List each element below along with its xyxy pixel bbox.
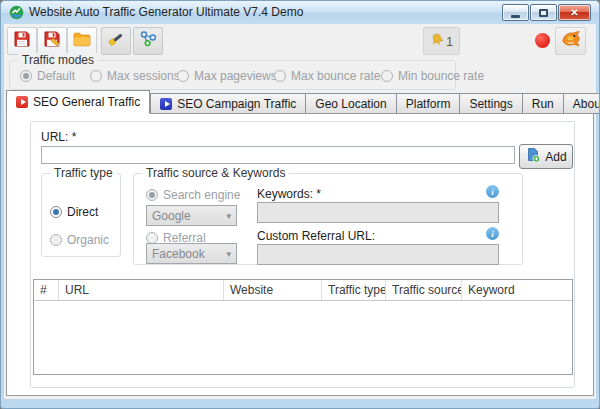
window-title: Website Auto Traffic Generator Ultimate … [29, 1, 303, 24]
tab-run[interactable]: Run [523, 93, 564, 114]
radio-organic[interactable]: Organic [50, 233, 109, 247]
custom-referral-input[interactable] [257, 244, 499, 265]
custom-referral-info-icon[interactable]: i [486, 227, 499, 240]
save-as-icon [42, 29, 62, 53]
radio-icon [50, 234, 62, 246]
keywords-info-icon[interactable]: i [486, 185, 499, 198]
app-window: Website Auto Traffic Generator Ultimate … [0, 0, 600, 409]
radio-icon [381, 70, 393, 82]
column-header-url[interactable]: URL [59, 280, 224, 300]
traffic-source-title: Traffic source & Keywords [142, 166, 289, 180]
url-label: URL: * [41, 130, 76, 144]
maximize-icon [539, 9, 548, 17]
radio-icon [177, 70, 189, 82]
url-table-header: # URL Website Traffic type Traffic sourc… [34, 280, 572, 301]
radio-max-sessions[interactable]: Max sessions [90, 69, 180, 83]
radio-default[interactable]: Default [20, 69, 75, 83]
blue-play-icon [160, 98, 172, 110]
custom-referral-label: Custom Referral URL: [257, 229, 375, 243]
column-header-website[interactable]: Website [224, 280, 322, 300]
tab-settings[interactable]: Settings [460, 93, 522, 114]
traffic-type-title: Traffic type [50, 166, 117, 180]
radio-direct[interactable]: Direct [50, 205, 98, 219]
keywords-input[interactable] [257, 202, 499, 223]
flashlight-button[interactable] [101, 27, 131, 55]
close-icon: ✕ [570, 7, 578, 18]
folder-icon [72, 29, 92, 53]
seo-general-tab-panel: URL: * Add Traffic type [6, 113, 594, 396]
titlebar: Website Auto Traffic Generator Ultimate … [1, 1, 599, 24]
radio-icon [50, 206, 62, 218]
dragon-icon [560, 28, 582, 54]
column-header-keyword[interactable]: Keyword [462, 280, 572, 300]
maximize-button[interactable] [530, 4, 557, 21]
traffic-modes-group: Traffic modes Default Max sessions Max p… [9, 60, 456, 90]
add-icon [525, 147, 541, 166]
flashlight-icon [106, 29, 126, 53]
client-area: 1 Traffic modes Default Max sess [4, 24, 596, 399]
open-folder-button[interactable] [67, 27, 97, 55]
record-status-icon [535, 33, 550, 48]
inner-panel: URL: * Add Traffic type [30, 121, 575, 388]
traffic-type-group: Traffic type Direct Organic [41, 173, 121, 257]
column-header-index[interactable]: # [34, 280, 59, 300]
tab-strip: SEO General Traffic SEO Campaign Traffic… [6, 90, 600, 114]
tab-seo-general-traffic[interactable]: SEO General Traffic [6, 90, 150, 114]
tab-geo-location[interactable]: Geo Location [306, 93, 396, 114]
traffic-source-group: Traffic source & Keywords Search engine … [133, 173, 523, 265]
add-button[interactable]: Add [519, 144, 573, 169]
referral-select[interactable]: Facebook ▾ [146, 243, 237, 264]
url-table: # URL Website Traffic type Traffic sourc… [33, 279, 573, 375]
radio-icon [146, 189, 158, 201]
tab-seo-campaign-traffic[interactable]: SEO Campaign Traffic [150, 93, 306, 114]
share-nodes-button[interactable] [133, 27, 163, 55]
radio-icon [20, 70, 32, 82]
search-engine-select[interactable]: Google ▾ [146, 205, 237, 226]
save-icon [12, 29, 32, 53]
notification-count: 1 [446, 34, 453, 49]
tab-about[interactable]: About [564, 93, 600, 114]
bell-icon [430, 32, 445, 51]
red-play-icon [16, 96, 28, 108]
notification-button[interactable]: 1 [423, 27, 460, 55]
keywords-label: Keywords: * [257, 187, 321, 201]
radio-search-engine[interactable]: Search engine [146, 188, 240, 202]
share-nodes-icon [138, 29, 158, 53]
save-as-button[interactable] [37, 27, 67, 55]
chevron-down-icon: ▾ [226, 249, 231, 259]
minimize-icon [511, 15, 520, 18]
radio-icon [274, 70, 286, 82]
radio-max-bounce-rate[interactable]: Max bounce rate [274, 69, 380, 83]
url-input[interactable] [41, 146, 515, 164]
column-header-traffic-source[interactable]: Traffic source [386, 280, 462, 300]
radio-icon [90, 70, 102, 82]
dragon-button[interactable] [555, 27, 586, 55]
minimize-button[interactable] [502, 4, 529, 21]
traffic-modes-title: Traffic modes [18, 53, 98, 67]
column-header-traffic-type[interactable]: Traffic type [322, 280, 386, 300]
close-button[interactable]: ✕ [558, 4, 591, 21]
chevron-down-icon: ▾ [226, 211, 231, 221]
radio-max-pageviews[interactable]: Max pageviews [177, 69, 277, 83]
app-icon [9, 5, 24, 20]
tab-platform[interactable]: Platform [397, 93, 461, 114]
radio-min-bounce-rate[interactable]: Min bounce rate [381, 69, 484, 83]
save-button[interactable] [7, 27, 37, 55]
